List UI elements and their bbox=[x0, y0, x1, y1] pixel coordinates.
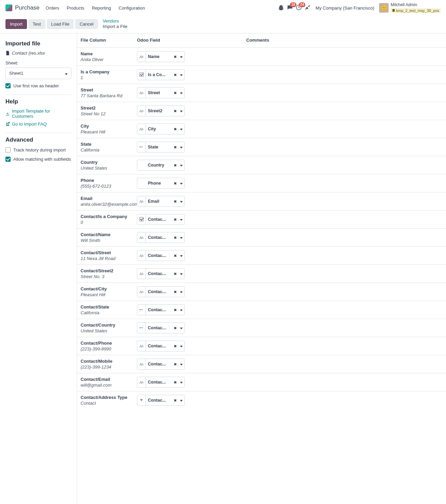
chevron-down-icon[interactable] bbox=[178, 144, 184, 149]
odoo-field-label[interactable]: Contac... bbox=[146, 380, 172, 385]
chevron-down-icon[interactable] bbox=[178, 307, 184, 312]
clear-icon[interactable] bbox=[172, 126, 178, 131]
use-header-checkbox[interactable]: Use first row as header bbox=[5, 83, 71, 88]
chevron-down-icon[interactable] bbox=[178, 325, 184, 330]
chevron-down-icon[interactable] bbox=[178, 199, 184, 204]
clear-icon[interactable] bbox=[172, 144, 178, 149]
odoo-field-label[interactable]: Street bbox=[146, 90, 172, 95]
odoo-field-label[interactable]: Contac... bbox=[146, 271, 172, 276]
clear-icon[interactable] bbox=[172, 325, 178, 330]
chevron-down-icon[interactable] bbox=[178, 343, 184, 348]
odoo-field-select[interactable]: Contac... bbox=[137, 322, 185, 333]
track-history-checkbox[interactable]: Track history during import bbox=[5, 147, 71, 153]
chevron-down-icon[interactable] bbox=[178, 72, 184, 77]
test-button[interactable]: Test bbox=[28, 19, 45, 29]
clear-icon[interactable] bbox=[172, 271, 178, 276]
odoo-field-label[interactable]: Phone bbox=[146, 181, 172, 186]
chevron-down-icon[interactable] bbox=[178, 398, 184, 403]
clear-icon[interactable] bbox=[172, 72, 178, 77]
odoo-field-select[interactable]: State bbox=[137, 142, 185, 153]
odoo-field-label[interactable]: Is a Co... bbox=[146, 72, 172, 77]
clear-icon[interactable] bbox=[172, 108, 178, 113]
clear-icon[interactable] bbox=[172, 54, 178, 59]
odoo-field-select[interactable]: Contac... bbox=[137, 304, 185, 315]
clear-icon[interactable] bbox=[172, 90, 178, 95]
allow-subfields-checkbox[interactable]: Allow matching with subfields bbox=[5, 157, 71, 162]
odoo-field-label[interactable]: Contac... bbox=[146, 362, 172, 366]
odoo-field-select[interactable]: AbContac... bbox=[137, 359, 185, 370]
clear-icon[interactable] bbox=[172, 162, 178, 168]
cancel-button[interactable]: Cancel bbox=[75, 19, 98, 29]
odoo-field-label[interactable]: Email bbox=[146, 199, 172, 204]
nav-reporting[interactable]: Reporting bbox=[92, 5, 111, 11]
odoo-field-label[interactable]: City bbox=[146, 127, 172, 131]
load-file-button[interactable]: Load File bbox=[47, 19, 74, 29]
odoo-field-select[interactable]: AbEmail bbox=[137, 196, 185, 207]
odoo-field-select[interactable]: Contac... bbox=[137, 395, 185, 406]
odoo-field-label[interactable]: Contac... bbox=[146, 398, 172, 403]
clear-icon[interactable] bbox=[172, 343, 178, 348]
clear-icon[interactable] bbox=[172, 217, 178, 222]
debug-icon[interactable] bbox=[278, 5, 284, 11]
odoo-field-select[interactable]: Phone bbox=[137, 178, 185, 189]
breadcrumb-link[interactable]: Vendors bbox=[103, 18, 119, 24]
clear-icon[interactable] bbox=[172, 398, 178, 403]
clear-icon[interactable] bbox=[172, 361, 178, 366]
odoo-field-label[interactable]: Country bbox=[146, 163, 172, 168]
app-brand[interactable]: Purchase bbox=[15, 4, 40, 11]
odoo-field-select[interactable]: AbContac... bbox=[137, 341, 185, 351]
sheet-select[interactable]: Sheet1 bbox=[5, 68, 71, 79]
odoo-field-select[interactable]: AbContac... bbox=[137, 232, 185, 243]
import-faq-link[interactable]: Go to Import FAQ bbox=[5, 121, 71, 127]
chevron-down-icon[interactable] bbox=[178, 235, 184, 240]
odoo-field-select[interactable]: AbContac... bbox=[137, 286, 185, 297]
chevron-down-icon[interactable] bbox=[178, 271, 184, 276]
nav-products[interactable]: Products bbox=[67, 5, 84, 11]
odoo-field-label[interactable]: Contac... bbox=[146, 235, 172, 240]
odoo-field-select[interactable]: AbContac... bbox=[137, 377, 185, 388]
odoo-field-label[interactable]: Contac... bbox=[146, 344, 172, 348]
odoo-field-select[interactable]: AbContac... bbox=[137, 268, 185, 279]
odoo-field-select[interactable]: AbName bbox=[137, 51, 185, 62]
chevron-down-icon[interactable] bbox=[178, 90, 184, 95]
app-icon[interactable] bbox=[5, 4, 12, 11]
odoo-field-select[interactable]: AbCity bbox=[137, 124, 185, 134]
chevron-down-icon[interactable] bbox=[178, 253, 184, 258]
odoo-field-select[interactable]: Is a Co... bbox=[137, 69, 185, 80]
chevron-down-icon[interactable] bbox=[178, 54, 184, 59]
odoo-field-label[interactable]: Contac... bbox=[146, 307, 172, 312]
chevron-down-icon[interactable] bbox=[178, 126, 184, 131]
user-menu[interactable]: 🙂 Mitchell Admin kmp_2_test_may_30_pos bbox=[379, 3, 441, 13]
clear-icon[interactable] bbox=[172, 235, 178, 240]
odoo-field-select[interactable]: Country bbox=[137, 160, 185, 171]
odoo-field-select[interactable]: AbContac... bbox=[137, 250, 185, 261]
chevron-down-icon[interactable] bbox=[178, 289, 184, 294]
nav-orders[interactable]: Orders bbox=[46, 5, 59, 11]
odoo-field-label[interactable]: Contac... bbox=[146, 253, 172, 258]
tools-icon[interactable] bbox=[305, 5, 311, 11]
odoo-field-label[interactable]: Street2 bbox=[146, 109, 172, 113]
chevron-down-icon[interactable] bbox=[178, 181, 184, 186]
clear-icon[interactable] bbox=[172, 199, 178, 204]
chevron-down-icon[interactable] bbox=[178, 217, 184, 222]
import-button[interactable]: Import bbox=[5, 19, 27, 29]
clear-icon[interactable] bbox=[172, 253, 178, 258]
odoo-field-label[interactable]: Contac... bbox=[146, 289, 172, 294]
clear-icon[interactable] bbox=[172, 289, 178, 294]
clear-icon[interactable] bbox=[172, 181, 178, 186]
odoo-field-select[interactable]: AbStreet bbox=[137, 87, 185, 98]
chevron-down-icon[interactable] bbox=[178, 162, 184, 168]
messages-icon[interactable]: 18 bbox=[287, 5, 293, 11]
nav-configuration[interactable]: Configuration bbox=[119, 5, 145, 11]
odoo-field-label[interactable]: Name bbox=[146, 54, 172, 59]
odoo-field-label[interactable]: State bbox=[146, 145, 172, 149]
chevron-down-icon[interactable] bbox=[178, 379, 184, 385]
odoo-field-select[interactable]: Contac... bbox=[137, 214, 185, 225]
clear-icon[interactable] bbox=[172, 379, 178, 385]
chevron-down-icon[interactable] bbox=[178, 108, 184, 113]
clear-icon[interactable] bbox=[172, 307, 178, 312]
chevron-down-icon[interactable] bbox=[178, 361, 184, 366]
activities-icon[interactable]: 24 bbox=[296, 5, 302, 11]
import-template-link[interactable]: Import Template for Customers bbox=[5, 109, 71, 119]
company-switcher[interactable]: My Company (San Francisco) bbox=[316, 5, 374, 11]
